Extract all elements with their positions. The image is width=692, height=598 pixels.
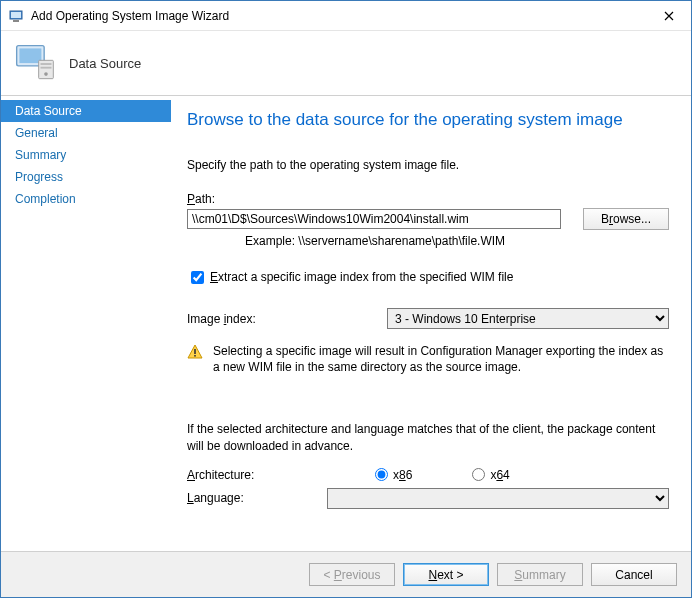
close-button[interactable] — [646, 1, 691, 31]
svg-rect-9 — [194, 349, 196, 354]
summary-button: Summary — [497, 563, 583, 586]
previous-button: < Previous — [309, 563, 395, 586]
app-icon — [9, 8, 25, 24]
sidebar: Data Source General Summary Progress Com… — [1, 96, 171, 551]
window-title: Add Operating System Image Wizard — [31, 9, 646, 23]
architecture-label: Architecture: — [187, 468, 317, 482]
path-example: Example: \\servername\sharename\path\fil… — [245, 234, 669, 248]
svg-rect-10 — [194, 355, 196, 357]
warning-row: Selecting a specific image will result i… — [187, 343, 669, 375]
sidebar-item-summary[interactable]: Summary — [1, 144, 171, 166]
path-label: Path: — [187, 192, 669, 206]
sidebar-item-data-source[interactable]: Data Source — [1, 100, 171, 122]
wizard-body: Data Source General Summary Progress Com… — [1, 96, 691, 551]
computer-icon — [13, 42, 57, 84]
cancel-button[interactable]: Cancel — [591, 563, 677, 586]
warning-icon — [187, 344, 203, 360]
wizard-footer: < Previous Next > Summary Cancel — [1, 551, 691, 597]
wizard-window: Add Operating System Image Wizard Data S… — [0, 0, 692, 598]
svg-rect-4 — [19, 48, 41, 63]
architecture-row: Architecture: x86 x64 — [187, 468, 669, 482]
main-heading: Browse to the data source for the operat… — [187, 110, 669, 130]
svg-rect-1 — [11, 12, 21, 18]
path-input[interactable] — [187, 209, 561, 229]
browse-button[interactable]: Browse... — [583, 208, 669, 230]
svg-rect-6 — [40, 63, 51, 65]
titlebar: Add Operating System Image Wizard — [1, 1, 691, 31]
arch-x64-label: x64 — [490, 468, 509, 482]
advance-text: If the selected architecture and languag… — [187, 421, 669, 453]
architecture-radio-group: x86 x64 — [327, 468, 510, 482]
image-index-row: Image index: 3 - Windows 10 Enterprise — [187, 308, 669, 329]
page-title: Data Source — [69, 56, 141, 71]
svg-rect-2 — [13, 20, 19, 22]
sidebar-item-progress[interactable]: Progress — [1, 166, 171, 188]
svg-point-8 — [44, 72, 48, 76]
next-button[interactable]: Next > — [403, 563, 489, 586]
extract-checkbox-row[interactable]: Extract a specific image index from the … — [187, 270, 669, 284]
path-row: Browse... — [187, 208, 669, 230]
warning-text: Selecting a specific image will result i… — [213, 343, 669, 375]
extract-checkbox-label: Extract a specific image index from the … — [210, 270, 513, 284]
arch-x86-radio[interactable] — [375, 468, 388, 481]
arch-x64-radio[interactable] — [472, 468, 485, 481]
image-index-label: Image index: — [187, 312, 377, 326]
extract-checkbox[interactable] — [191, 271, 204, 284]
arch-x64-option[interactable]: x64 — [472, 468, 509, 482]
language-row: Language: — [187, 488, 669, 509]
language-select[interactable] — [327, 488, 669, 509]
language-label: Language: — [187, 491, 317, 505]
svg-rect-7 — [40, 67, 51, 69]
sidebar-item-completion[interactable]: Completion — [1, 188, 171, 210]
main-panel: Browse to the data source for the operat… — [171, 96, 691, 551]
arch-x86-option[interactable]: x86 — [375, 468, 412, 482]
instruction-text: Specify the path to the operating system… — [187, 158, 669, 172]
wizard-header: Data Source — [1, 31, 691, 96]
arch-x86-label: x86 — [393, 468, 412, 482]
image-index-select[interactable]: 3 - Windows 10 Enterprise — [387, 308, 669, 329]
sidebar-item-general[interactable]: General — [1, 122, 171, 144]
